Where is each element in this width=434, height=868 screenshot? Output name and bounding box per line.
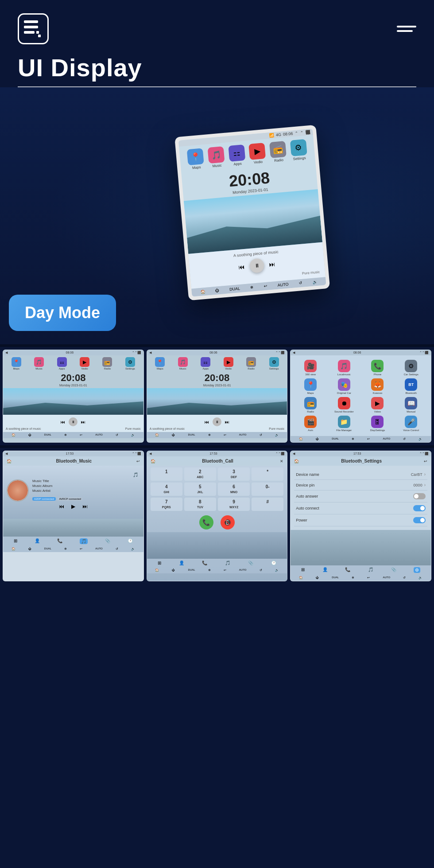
ms3-home[interactable]: 🏠 — [299, 437, 303, 441]
hamburger-menu-icon[interactable] — [397, 26, 416, 32]
bts3-repeat[interactable]: ↺ — [403, 576, 406, 580]
bts2-user-icon[interactable]: 👤 — [179, 561, 184, 565]
bts2-dual[interactable]: DUAL — [188, 568, 195, 572]
ag-kuwooo[interactable]: 🦊 Kuwooo — [362, 378, 393, 394]
ms2-app-apps[interactable]: ⚏ Apps — [201, 357, 210, 370]
ms1-auto[interactable]: AUTO — [95, 433, 103, 437]
ms2-auto[interactable]: AUTO — [239, 433, 247, 437]
bts3-user-icon[interactable]: 👤 — [322, 567, 328, 573]
auto-btn[interactable]: AUTO — [277, 282, 289, 288]
ag-voicectrl[interactable]: 🎤 Voice Control — [395, 416, 426, 432]
bts1-backbtn[interactable]: ↩ — [80, 547, 82, 551]
back-btn[interactable]: ↩ — [264, 284, 267, 289]
bts1-home-btn[interactable]: 🏠 — [12, 547, 16, 551]
bts2-music-icon[interactable]: 🎵 — [225, 561, 230, 565]
ms2-next[interactable]: ⏭ — [225, 420, 229, 424]
bts3-phone-icon[interactable]: 📞 — [345, 567, 350, 573]
prev-button[interactable]: ⏮ — [238, 263, 245, 271]
ag-360view[interactable]: 🎥 360 view — [295, 360, 326, 376]
bts3-back-icon[interactable]: ↩ — [424, 459, 427, 463]
app-video[interactable]: ▶ Vedio — [248, 143, 266, 165]
bts2-temp[interactable]: ❄ — [208, 568, 211, 572]
app-apps[interactable]: ⚏ Apps — [228, 144, 246, 167]
app-settings[interactable]: ⚙ Settings — [290, 139, 307, 161]
ms1-next[interactable]: ⏭ — [81, 420, 85, 424]
ag-filemgr[interactable]: 📁 File Manager — [329, 416, 360, 432]
next-button[interactable]: ⏭ — [269, 261, 275, 268]
ms1-dual[interactable]: DUAL — [44, 433, 51, 437]
power-btn[interactable]: ⏻ — [215, 288, 220, 293]
bts3-backbtn[interactable]: ↩ — [367, 576, 370, 580]
ag-carsettings[interactable]: ⚙ Car Settings — [395, 360, 426, 376]
ms2-repeat[interactable]: ↺ — [260, 433, 262, 437]
bts2-home-icon[interactable]: 🏠 — [151, 459, 155, 463]
bts1-music-icon[interactable]: 🎵 — [80, 538, 88, 544]
ms1-temp[interactable]: ❄ — [64, 433, 67, 437]
ag-manual[interactable]: 📖 Manual — [395, 397, 426, 413]
num-1[interactable]: 1 — [151, 467, 182, 481]
bts1-grid-icon[interactable]: ⊞ — [14, 538, 17, 544]
bts2-clip-icon[interactable]: 📎 — [248, 561, 253, 565]
ms2-home[interactable]: 🏠 — [155, 433, 159, 437]
ms2-play[interactable]: ⏸ — [213, 417, 221, 426]
num-4[interactable]: 4GHI — [151, 483, 182, 496]
ms2-app-video[interactable]: ▶ Vedio — [224, 357, 233, 370]
ag-avin[interactable]: 🎬 Avin — [295, 416, 326, 432]
bts2-auto[interactable]: AUTO — [239, 568, 247, 572]
ag-soundrec[interactable]: ⏺ Sound Recorder — [329, 397, 360, 413]
bts1-next-btn[interactable]: ⏭ — [82, 503, 88, 510]
ag-dispsettings[interactable]: 🎛 DispSettings — [362, 416, 393, 432]
ms1-prev[interactable]: ⏮ — [61, 420, 65, 424]
ag-localmusic[interactable]: 🎵 Localmusic — [329, 360, 360, 376]
ms1-app-maps[interactable]: 📍 Maps — [12, 357, 21, 370]
devicepin-arrow[interactable]: › — [424, 483, 426, 487]
bts2-home-btn[interactable]: 🏠 — [155, 568, 159, 572]
bts1-dual[interactable]: DUAL — [44, 547, 51, 551]
ms1-app-music[interactable]: 🎵 Music — [34, 357, 44, 370]
bts1-back-icon[interactable]: ↩ — [136, 459, 140, 463]
ms3-temp[interactable]: ❄ — [352, 437, 354, 441]
vol-btn[interactable]: 🔊 — [312, 280, 318, 284]
ms1-vol[interactable]: 🔊 — [131, 433, 135, 437]
bts2-clock-icon[interactable]: 🕐 — [271, 561, 276, 565]
bts2-vol[interactable]: 🔊 — [275, 568, 279, 572]
ms1-app-video[interactable]: ▶ Vedio — [80, 357, 89, 370]
bts2-pwr[interactable]: ⏻ — [172, 568, 175, 572]
bts1-repeat[interactable]: ↺ — [116, 547, 118, 551]
num-5[interactable]: 5JKL — [184, 483, 216, 496]
bts3-home-btn[interactable]: 🏠 — [299, 576, 303, 580]
bts1-vol[interactable]: 🔊 — [131, 547, 135, 551]
app-maps[interactable]: 📍 Maps — [187, 148, 205, 170]
ag-originalcar[interactable]: 🎭 Original Car — [329, 378, 360, 394]
bts1-user-icon[interactable]: 👤 — [35, 538, 40, 544]
bts3-settings-icon[interactable]: ⚙ — [414, 567, 420, 573]
bts1-home-icon[interactable]: 🏠 — [7, 459, 12, 463]
bts3-pwr[interactable]: ⏻ — [316, 576, 319, 580]
ms2-prev[interactable]: ⏮ — [205, 420, 209, 424]
ag-maps[interactable]: 📍 Maps — [295, 378, 326, 394]
ms3-auto[interactable]: AUTO — [383, 437, 391, 441]
bts3-music-icon[interactable]: 🎵 — [368, 567, 373, 573]
num-star[interactable]: * — [252, 467, 283, 481]
ms3-back[interactable]: ↩ — [367, 437, 370, 441]
ms1-play[interactable]: ⏸ — [69, 417, 78, 426]
auto-answer-toggle[interactable] — [413, 493, 426, 499]
num-8[interactable]: 8TUV — [184, 498, 216, 511]
bts3-dual[interactable]: DUAL — [332, 576, 339, 580]
num-3[interactable]: 3DEF — [218, 467, 250, 481]
bts2-phone-icon[interactable]: 📞 — [202, 561, 207, 565]
num-9[interactable]: 9WXYZ — [218, 498, 250, 511]
bts2-close-icon[interactable]: ✕ — [280, 459, 283, 463]
num-2[interactable]: 2ABC — [184, 467, 216, 481]
bts1-auto[interactable]: AUTO — [95, 547, 103, 551]
ms2-app-music[interactable]: 🎵 Music — [178, 357, 188, 370]
bts1-clip-icon[interactable]: 📎 — [105, 538, 110, 544]
ms1-repeat[interactable]: ↺ — [116, 433, 118, 437]
ms1-back[interactable]: ↩ — [80, 433, 82, 437]
ms3-vol[interactable]: 🔊 — [418, 437, 422, 441]
home-btn[interactable]: 🏠 — [200, 289, 205, 294]
bts2-grid-icon[interactable]: ⊞ — [158, 561, 161, 565]
bts1-play-btn[interactable]: ▶ — [71, 503, 75, 510]
ms3-dual[interactable]: DUAL — [332, 437, 339, 441]
ag-phone[interactable]: 📞 Phone — [362, 360, 393, 376]
